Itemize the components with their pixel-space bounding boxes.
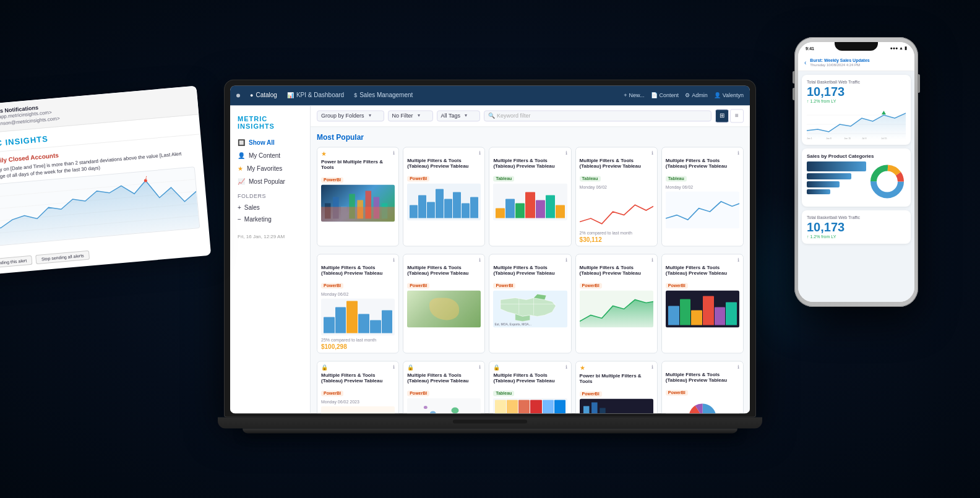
card-12-info[interactable]: ℹ — [479, 364, 481, 370]
card-9[interactable]: ℹ Multiple Filters & Tools (Tableau) Pre… — [575, 254, 658, 353]
card-13-info[interactable]: ℹ — [565, 364, 567, 370]
keyword-filter[interactable]: 🔍 Keyword filter — [484, 110, 711, 121]
list-view-button[interactable]: ≡ — [730, 109, 744, 122]
card-13[interactable]: 🔒 ℹ Multiple Filters & Tools (Tableau) P… — [489, 361, 571, 413]
laptop-foot — [243, 428, 737, 433]
card-8[interactable]: ℹ Multiple Filters & Tools (Tableau) Pre… — [489, 254, 571, 353]
email-chart — [0, 167, 200, 248]
card-11-header: 🔒 ℹ — [317, 361, 398, 372]
svg-rect-25 — [591, 403, 598, 413]
laptop-base — [218, 417, 762, 428]
popular-icon: 📈 — [238, 178, 245, 185]
nav-dot — [236, 93, 240, 97]
card-6[interactable]: ℹ Multiple Filters & Tools (Tableau) Pre… — [317, 254, 399, 353]
card-10-badge: PowerBI — [666, 283, 688, 288]
nav-catalog[interactable]: ● Catalog — [250, 92, 277, 98]
phone-device: 9:41 ●●● ▲ ▮ ‹ Burst: Weekly Sales Updat… — [794, 37, 918, 307]
sidebar-folder-sales[interactable]: + Sales — [230, 202, 310, 213]
card-10-header: ℹ — [662, 254, 743, 265]
svg-text:Jul 8: Jul 8 — [862, 137, 866, 140]
card-5[interactable]: ℹ Multiple Filters & Tools (Tableau) Pre… — [661, 147, 744, 246]
card-9-info[interactable]: ℹ — [651, 257, 653, 263]
nav-new-button[interactable]: + New... — [624, 92, 644, 98]
card-15[interactable]: ℹ Multiple Filters & Tools (Tableau) Pre… — [661, 361, 744, 413]
card-2[interactable]: ℹ Multiple Filters & Tools (Tableau) Pre… — [403, 147, 485, 246]
card-5-title: Multiple Filters & Tools (Tableau) Previ… — [662, 158, 743, 171]
phone-sales-label: Sales by Product Categories — [807, 153, 906, 159]
content-scroll[interactable]: Most Popular ★ ℹ Power bi Multiple Fil — [311, 127, 750, 413]
svg-rect-8 — [349, 194, 355, 218]
card-2-header: ℹ — [403, 147, 484, 158]
card-11-badge: PowerBI — [321, 391, 343, 397]
nav-content-button[interactable]: 📄 Content — [651, 92, 679, 98]
card-1-title: Power bi Multiple Filters & Tools — [317, 159, 398, 173]
card-7[interactable]: ℹ Multiple Filters & Tools (Tableau) Pre… — [403, 254, 485, 353]
card-14[interactable]: ★ ℹ Power bi Multiple Filters & Tools Po… — [575, 361, 658, 413]
my-content-icon: 👤 — [238, 152, 245, 159]
all-tags-filter[interactable]: All Tags — [437, 110, 480, 121]
card-10[interactable]: ℹ Multiple Filters & Tools (Tableau) Pre… — [661, 254, 744, 353]
phone-app-header: ‹ Burst: Weekly Sales Updates Thursday 1… — [798, 54, 914, 71]
content-panel: Group by Folders No Filter All Tags 🔍 Ke… — [311, 105, 750, 413]
card-12[interactable]: 🔒 ℹ Multiple Filters & Tools (Tableau) P… — [403, 361, 485, 413]
sidebar: METRIC INSIGHTS 🔲 Show All 👤 My Content — [230, 105, 311, 413]
card-15-info[interactable]: ℹ — [737, 364, 739, 370]
card-14-info[interactable]: ℹ — [651, 364, 653, 370]
stop-all-alerts-button[interactable]: Stop sending all alerts — [35, 251, 90, 265]
phone-metric-value-2: 10,173 — [807, 221, 906, 233]
card-10-image — [666, 290, 739, 327]
nav-kpi-dashboard[interactable]: 📊 KPI & Dashboard — [287, 92, 344, 98]
sidebar-item-most-popular[interactable]: 📈 Most Popular — [230, 175, 310, 188]
sidebar-folder-marketing[interactable]: − Marketing — [230, 213, 310, 225]
svg-text:Jan 1: Jan 1 — [807, 137, 812, 140]
card-13-lock: 🔒 — [493, 364, 500, 371]
stop-alert-button[interactable]: Stop sending this alert — [0, 255, 33, 270]
sidebar-item-my-favorites[interactable]: ★ My Favorites — [230, 162, 310, 175]
card-15-title: Multiple Filters & Tools (Tableau) Previ… — [662, 372, 743, 385]
phone-back-button[interactable]: ‹ — [804, 59, 806, 66]
sidebar-item-show-all[interactable]: 🔲 Show All — [230, 136, 310, 149]
grid-view-button[interactable]: ⊞ — [715, 109, 729, 122]
card-4-info[interactable]: ℹ — [651, 150, 653, 156]
card-6-info[interactable]: ℹ — [393, 257, 395, 263]
card-8-title: Multiple Filters & Tools (Tableau) Previ… — [489, 265, 570, 278]
sidebar-logo: METRIC INSIGHTS — [230, 111, 310, 136]
content-icon: 📄 — [651, 92, 658, 98]
card-14-badge: PowerBI — [580, 392, 602, 397]
card-4-value: $30,112 — [576, 235, 657, 246]
nav-sales-management[interactable]: $ Sales Management — [354, 92, 413, 98]
card-11-image — [321, 406, 395, 413]
sidebar-folders-section: Folders — [230, 188, 310, 202]
card-8-image: Est, MOA, Exports, MOA... — [493, 290, 567, 327]
card-10-info[interactable]: ℹ — [737, 257, 739, 263]
card-2-info[interactable]: ℹ — [479, 150, 481, 156]
card-6-title: Multiple Filters & Tools (Tableau) Previ… — [317, 265, 398, 278]
card-6-badge: PowerBI — [321, 283, 343, 288]
app-ui: ● Catalog 📊 KPI & Dashboard $ Sales Mana… — [230, 85, 750, 413]
phone-alert-date: Thursday 10/08/2024 4:24 PM — [810, 63, 869, 67]
group-by-filter[interactable]: Group by Folders — [317, 110, 384, 121]
card-5-info[interactable]: ℹ — [737, 150, 739, 156]
card-3-image — [493, 183, 567, 220]
card-3-info[interactable]: ℹ — [565, 150, 567, 156]
card-6-header: ℹ — [317, 254, 398, 265]
card-13-header: 🔒 ℹ — [489, 361, 570, 372]
card-7-info[interactable]: ℹ — [479, 257, 481, 263]
card-1-info[interactable]: ℹ — [393, 150, 395, 156]
card-8-info[interactable]: ℹ — [565, 257, 567, 263]
sidebar-item-my-content[interactable]: 👤 My Content — [230, 149, 310, 162]
phone-chart-1: Jan 1 Jan 8 Jan 15 Jul 8 Jul 15 — [807, 106, 906, 140]
phone-metric-change-1: ↑ 1.2% from LY — [807, 99, 906, 103]
nav-admin-button[interactable]: ⚙ Admin — [685, 92, 708, 98]
card-2-image — [407, 183, 481, 220]
card-2-badge: PowerBI — [407, 176, 429, 181]
card-11-info[interactable]: ℹ — [393, 364, 395, 370]
phone-metric-card-2: Total Basketball Web Traffic 10,173 ↑ 1.… — [802, 210, 911, 244]
card-4[interactable]: ℹ Multiple Filters & Tools (Tableau) Pre… — [575, 147, 658, 246]
card-11[interactable]: 🔒 ℹ Multiple Filters & Tools (Tableau) P… — [317, 361, 399, 413]
card-3[interactable]: ℹ Multiple Filters & Tools (Tableau) Pre… — [489, 147, 571, 246]
card-1[interactable]: ★ ℹ Power bi Multiple Filters & Tools Po… — [317, 147, 399, 246]
nav-user-button[interactable]: 👤 Valentyn — [714, 92, 744, 98]
card-4-header: ℹ — [576, 147, 657, 158]
no-filter-select[interactable]: No Filter — [388, 110, 433, 121]
